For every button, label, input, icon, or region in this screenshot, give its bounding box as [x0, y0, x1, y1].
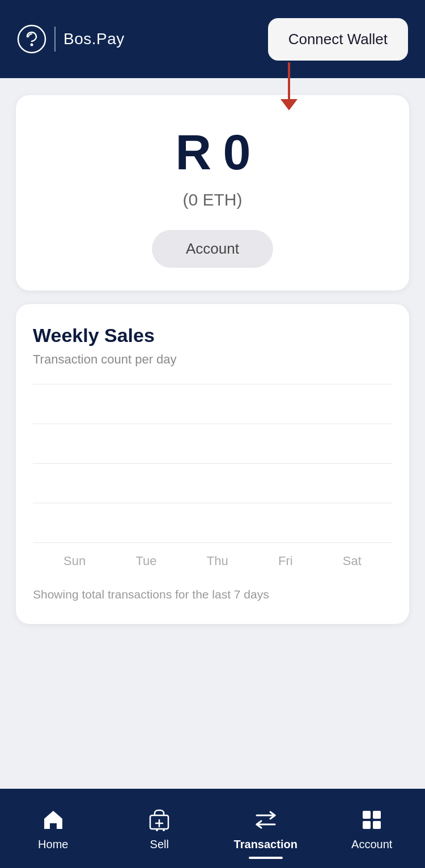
account-icon: [358, 806, 385, 833]
chart-label-tue: Tue: [135, 554, 156, 568]
chart-grid-line: [33, 384, 392, 384]
svg-rect-8: [373, 811, 381, 819]
nav-label-sell: Sell: [150, 838, 169, 851]
header: Bos.Pay Connect Wallet: [0, 0, 425, 78]
chart-grid-line: [33, 503, 392, 503]
balance-eth: (0 ETH): [183, 190, 243, 209]
chart-title: Weekly Sales: [33, 324, 392, 347]
chart-label-thu: Thu: [207, 554, 228, 568]
logo-text: Bos.Pay: [63, 30, 125, 48]
svg-point-5: [163, 829, 165, 831]
main-content: R 0 (0 ETH) Account Weekly Sales Transac…: [0, 78, 425, 789]
svg-point-0: [18, 25, 45, 53]
chart-footer: Showing total transactions for the last …: [33, 585, 392, 604]
svg-point-6: [156, 829, 158, 831]
svg-marker-3: [280, 99, 298, 110]
chart-day-labels: Sun Tue Thu Fri Sat: [33, 554, 392, 568]
chart-card: Weekly Sales Transaction count per day S…: [16, 304, 409, 624]
nav-item-home[interactable]: Home: [19, 806, 87, 851]
account-button[interactable]: Account: [152, 230, 273, 268]
nav-label-transaction: Transaction: [234, 838, 298, 851]
chart-area: [33, 384, 392, 542]
transaction-icon: [252, 806, 279, 833]
sell-icon: [146, 806, 173, 833]
logo-area: Bos.Pay: [17, 24, 125, 54]
svg-rect-7: [363, 811, 371, 819]
chart-grid-line: [33, 424, 392, 424]
nav-item-transaction[interactable]: Transaction: [232, 806, 300, 851]
chart-label-sun: Sun: [63, 554, 86, 568]
bottom-nav: Home Sell Transaction: [0, 789, 425, 868]
nav-label-account: Account: [351, 838, 392, 851]
chart-label-sat: Sat: [343, 554, 362, 568]
logo-icon: [17, 24, 46, 54]
svg-rect-10: [373, 821, 381, 829]
arrow-annotation: [255, 62, 323, 113]
svg-rect-9: [363, 821, 371, 829]
balance-card: R 0 (0 ETH) Account: [16, 95, 409, 290]
chart-grid-line: [33, 463, 392, 464]
nav-label-home: Home: [38, 838, 68, 851]
logo-divider: [54, 27, 56, 52]
home-icon: [40, 806, 67, 833]
chart-label-fri: Fri: [278, 554, 293, 568]
chart-subtitle: Transaction count per day: [33, 352, 392, 367]
chart-grid-line: [33, 542, 392, 543]
nav-item-sell[interactable]: Sell: [125, 806, 193, 851]
svg-point-1: [31, 44, 33, 46]
nav-item-account[interactable]: Account: [338, 806, 406, 851]
connect-wallet-button[interactable]: Connect Wallet: [268, 18, 408, 61]
balance-amount: R 0: [176, 123, 250, 181]
